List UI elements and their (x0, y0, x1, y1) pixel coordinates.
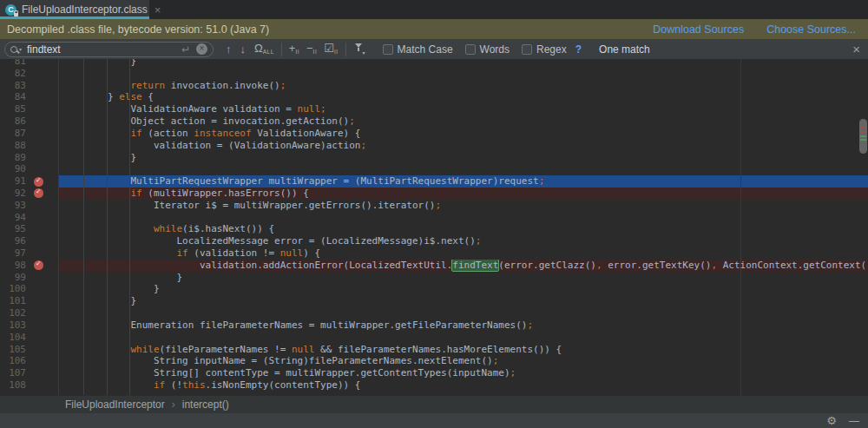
line-number[interactable]: 84 (0, 91, 29, 103)
add-selection-occurrence-icon[interactable]: +II (289, 43, 299, 56)
words-checkbox[interactable] (465, 44, 476, 55)
line-number[interactable]: 89 (0, 152, 29, 164)
java-class-icon: C (5, 4, 16, 16)
code-line[interactable]: 98✓ validation.addActionError(LocalizedT… (0, 260, 868, 272)
code-line[interactable]: 96 LocalizedMessage error = (LocalizedMe… (0, 235, 868, 247)
breakpoint-icon[interactable]: ✓ (34, 177, 43, 187)
line-number[interactable]: 90 (0, 163, 29, 175)
line-number[interactable]: 83 (0, 80, 29, 92)
find-all-occurrences-icon[interactable]: ΩALL (254, 43, 274, 56)
regex-help-icon[interactable]: ? (575, 43, 582, 56)
breadcrumb-method[interactable]: intercept() (182, 398, 229, 411)
tab-fileuploadinterceptor[interactable]: C FileUploadInterceptor.class × (0, 0, 149, 19)
line-number[interactable]: 103 (0, 319, 29, 332)
line-number[interactable]: 96 (0, 235, 29, 247)
code-line[interactable]: 87 if (action instanceof ValidationAware… (0, 128, 868, 140)
match-case-option[interactable]: Match Case (383, 43, 453, 56)
tab-close-icon[interactable]: × (155, 4, 161, 16)
line-number[interactable]: 105 (0, 344, 29, 356)
close-search-icon[interactable]: × (852, 43, 860, 56)
newline-icon[interactable]: ↵ (181, 43, 190, 56)
match-case-checkbox[interactable] (383, 44, 393, 55)
line-number[interactable]: 88 (0, 140, 29, 152)
line-number[interactable]: 108 (0, 379, 29, 392)
error-stripe-mark[interactable] (860, 127, 866, 128)
select-all-occurrences-icon[interactable]: ☑II (324, 43, 338, 56)
filter-search-results-icon[interactable]: ▾ (355, 43, 365, 56)
regex-option[interactable]: Regex (522, 43, 567, 56)
code-line[interactable]: 105 while(fileParameterNames != null && … (0, 344, 868, 356)
code-line[interactable]: 108 if (!this.isNonEmpty(contentType)) { (0, 379, 868, 392)
gutter-icon-slot (29, 103, 58, 115)
code-line[interactable]: 93 Iterator i$ = multiWrapper.getErrors(… (0, 200, 868, 212)
line-number[interactable]: 107 (0, 367, 29, 379)
code-line[interactable]: 92✓ if (multiWrapper.hasErrors()) { (0, 188, 868, 200)
line-number[interactable]: 91 (0, 175, 29, 188)
gutter-icon-slot[interactable]: ✓ (29, 188, 58, 200)
gutter-icon-slot[interactable]: ✓ (29, 260, 58, 272)
code-line[interactable]: 82 (0, 68, 868, 80)
search-icon[interactable] (10, 46, 17, 53)
line-number[interactable]: 93 (0, 200, 29, 212)
code-line[interactable]: 102 (0, 307, 868, 319)
choose-sources-link[interactable]: Choose Sources... (766, 23, 856, 36)
code-line[interactable]: 101 } (0, 295, 868, 307)
code-line[interactable]: 104 (0, 332, 868, 344)
line-number[interactable]: 95 (0, 223, 29, 235)
line-number[interactable]: 101 (0, 295, 29, 307)
code-text: } (58, 272, 868, 284)
code-editor[interactable]: 81 }8283 return invocation.invoke();84 }… (0, 59, 868, 395)
gutter-icon-slot[interactable]: ✓ (29, 175, 58, 188)
search-input[interactable]: ▾ findtext ↵ × (4, 42, 214, 57)
breakpoint-icon[interactable]: ✓ (34, 188, 43, 198)
line-number[interactable]: 81 (0, 59, 29, 68)
line-number[interactable]: 98 (0, 260, 29, 272)
line-number[interactable]: 100 (0, 283, 29, 295)
remove-selection-occurrence-icon[interactable]: −II (306, 43, 317, 56)
code-line[interactable]: 106 String inputName = (String)fileParam… (0, 355, 868, 367)
code-line[interactable]: 81 } (0, 59, 868, 68)
error-stripe-mark[interactable] (860, 131, 866, 133)
previous-occurrence-icon[interactable]: ↑ (226, 43, 232, 55)
gear-icon[interactable]: ⚙ (826, 415, 837, 426)
clear-search-icon[interactable]: × (196, 43, 207, 55)
line-number[interactable]: 82 (0, 68, 29, 80)
line-number[interactable]: 106 (0, 355, 29, 367)
breadcrumb-class[interactable]: FileUploadInterceptor (65, 398, 165, 411)
line-number[interactable]: 87 (0, 128, 29, 140)
code-line[interactable]: 97 if (validation != null) { (0, 247, 868, 260)
code-line[interactable]: 86 Object action = invocation.getAction(… (0, 115, 868, 128)
gutter-icon-slot (29, 212, 58, 224)
hide-panel-icon[interactable]: — (849, 416, 859, 426)
search-stripe-mark[interactable] (860, 135, 866, 137)
code-line[interactable]: 94 (0, 212, 868, 224)
code-line[interactable]: 84 } else { (0, 91, 868, 103)
code-line[interactable]: 103 Enumeration fileParameterNames = mul… (0, 319, 868, 332)
search-query-text[interactable]: findtext (27, 43, 181, 56)
regex-checkbox[interactable] (522, 44, 532, 55)
code-line[interactable]: 99 } (0, 272, 868, 284)
code-line[interactable]: 107 String[] contentType = multiWrapper.… (0, 367, 868, 379)
line-number[interactable]: 92 (0, 188, 29, 200)
code-line[interactable]: 100 } (0, 283, 868, 295)
next-occurrence-icon[interactable]: ↓ (240, 43, 247, 55)
code-line[interactable]: 89 } (0, 152, 868, 164)
code-line[interactable]: 88 validation = (ValidationAware)action; (0, 140, 868, 152)
search-stripe-mark[interactable] (860, 139, 866, 141)
line-number[interactable]: 85 (0, 103, 29, 115)
search-history-chevron-icon[interactable]: ▾ (19, 46, 22, 52)
line-number[interactable]: 104 (0, 332, 29, 344)
words-option[interactable]: Words (465, 43, 510, 56)
line-number[interactable]: 86 (0, 115, 29, 128)
code-line[interactable]: 83 return invocation.invoke(); (0, 80, 868, 92)
code-line[interactable]: 90 (0, 163, 868, 175)
code-line[interactable]: 91✓ MultiPartRequestWrapper multiWrapper… (0, 175, 868, 188)
download-sources-link[interactable]: Download Sources (653, 23, 744, 36)
line-number[interactable]: 97 (0, 247, 29, 260)
line-number[interactable]: 94 (0, 212, 29, 224)
line-number[interactable]: 99 (0, 272, 29, 284)
code-line[interactable]: 85 ValidationAware validation = null; (0, 103, 868, 115)
breakpoint-icon[interactable]: ✓ (34, 260, 43, 270)
line-number[interactable]: 102 (0, 307, 29, 319)
code-line[interactable]: 95 while(i$.hasNext()) { (0, 223, 868, 235)
